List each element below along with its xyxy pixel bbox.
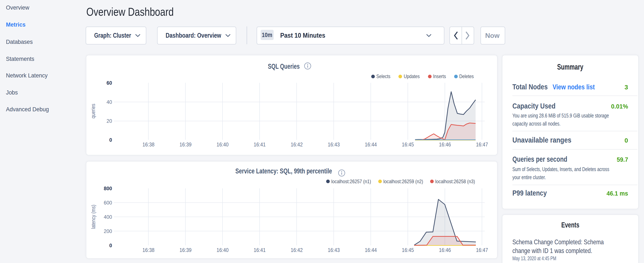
svg-text:queries: queries [90,104,96,119]
svg-text:16:42: 16:42 [291,247,303,253]
svg-text:16:39: 16:39 [180,247,192,253]
svg-text:20: 20 [106,118,112,124]
svg-text:60: 60 [106,80,112,86]
svg-text:16:39: 16:39 [180,141,192,147]
svg-text:16:47: 16:47 [476,247,488,253]
svg-text:0: 0 [109,242,112,248]
svg-text:16:47: 16:47 [476,141,488,147]
svg-text:16:38: 16:38 [142,141,154,147]
svg-text:16:46: 16:46 [439,247,451,253]
svg-text:16:46: 16:46 [439,141,451,147]
svg-text:16:38: 16:38 [142,247,154,253]
svg-text:16:41: 16:41 [254,141,266,147]
svg-text:400: 400 [104,214,112,220]
svg-text:600: 600 [104,200,112,205]
svg-text:16:41: 16:41 [254,247,266,253]
svg-text:16:44: 16:44 [365,141,377,147]
svg-text:16:45: 16:45 [402,141,414,147]
svg-text:800: 800 [104,185,112,191]
svg-text:16:43: 16:43 [328,247,340,253]
svg-text:16:44: 16:44 [365,247,377,253]
svg-text:40: 40 [106,99,112,105]
svg-text:latency (ms): latency (ms) [90,205,96,229]
svg-text:200: 200 [104,228,112,234]
svg-text:16:42: 16:42 [291,141,303,147]
svg-text:16:40: 16:40 [217,141,229,147]
svg-text:0: 0 [109,137,112,143]
svg-text:16:40: 16:40 [217,247,229,253]
svg-text:16:43: 16:43 [328,141,340,147]
svg-text:16:45: 16:45 [402,247,414,253]
